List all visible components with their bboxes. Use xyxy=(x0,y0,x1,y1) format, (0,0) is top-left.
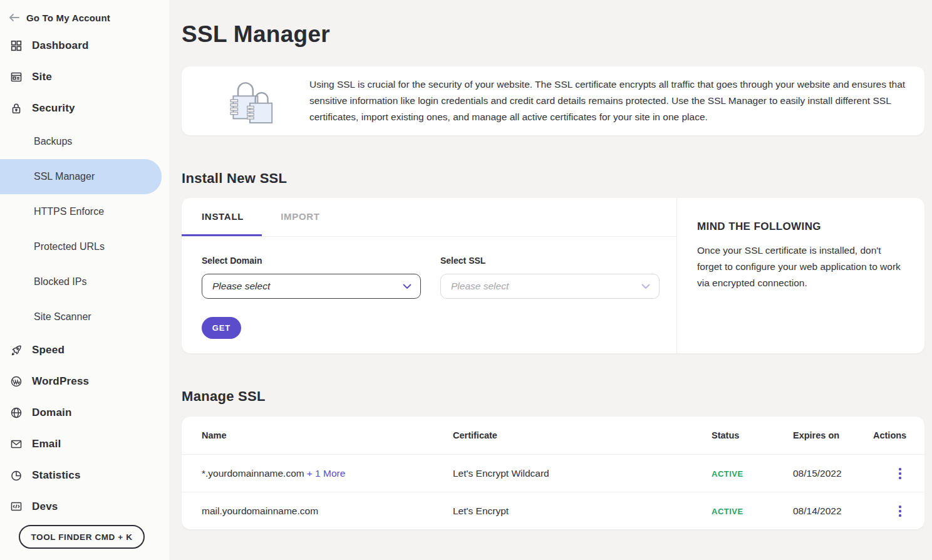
select-ssl-label: Select SSL xyxy=(440,256,660,266)
select-domain-dropdown[interactable]: Please select xyxy=(202,274,421,299)
site-icon xyxy=(10,71,23,83)
mind-the-following-text: Once your SSL certificate is installed, … xyxy=(697,242,901,291)
install-form: Select Domain Please select Select SSL P… xyxy=(182,237,676,339)
sidebar-subitem-label: Protected URLs xyxy=(34,241,105,252)
manage-section-heading: Manage SSL xyxy=(182,388,924,405)
back-arrow-icon xyxy=(9,13,20,22)
globe-icon xyxy=(10,407,23,419)
column-header-certificate: Certificate xyxy=(453,430,712,440)
column-header-actions: Actions xyxy=(873,430,906,440)
cert-type-cell: Let's Encrypt Wildcard xyxy=(453,468,712,479)
sidebar-item-speed[interactable]: Speed xyxy=(0,334,169,366)
sidebar-item-label: Devs xyxy=(32,500,58,513)
select-ssl-dropdown[interactable]: Please select xyxy=(440,274,660,299)
status-badge: ACTIVE xyxy=(712,507,743,516)
table-header-row: Name Certificate Status Expires on Actio… xyxy=(182,417,924,454)
sidebar-subitem-ssl-manager[interactable]: SSL Manager xyxy=(0,159,162,194)
select-ssl-value: Please select xyxy=(451,281,509,292)
sidebar-item-label: Site xyxy=(32,71,52,83)
cert-domain: mail.yourdomainname.com xyxy=(202,506,318,516)
sidebar-item-security[interactable]: Security xyxy=(0,93,169,124)
install-section-heading: Install New SSL xyxy=(182,170,924,187)
sidebar-item-label: Speed xyxy=(32,344,65,356)
column-header-expires: Expires on xyxy=(793,430,873,440)
sidebar-item-label: Email xyxy=(32,438,61,450)
wordpress-icon xyxy=(10,375,23,388)
install-tabs: INSTALL IMPORT xyxy=(182,198,676,237)
sidebar-subitem-https-enforce[interactable]: HTTPS Enforce xyxy=(0,194,169,229)
pie-chart-icon xyxy=(10,469,23,482)
sidebar-item-label: Domain xyxy=(32,407,72,419)
sidebar-subitem-blocked-ips[interactable]: Blocked IPs xyxy=(0,264,169,299)
select-domain-label: Select Domain xyxy=(202,256,421,266)
sidebar-item-devs[interactable]: Devs xyxy=(0,491,169,522)
sidebar-item-label: Statistics xyxy=(32,469,81,482)
main-content: SSL Manager Using S xyxy=(169,0,932,560)
sidebar-item-dashboard[interactable]: Dashboard xyxy=(0,30,169,61)
expires-cell: 08/14/2022 xyxy=(793,506,873,517)
column-header-name: Name xyxy=(202,430,453,440)
cert-name-cell: *.yourdomainname.com+ 1 More xyxy=(202,468,453,479)
sidebar-subitem-label: HTTPS Enforce xyxy=(34,206,104,217)
cert-type-cell: Let's Encrypt xyxy=(453,506,712,517)
cert-domain: *.yourdomainname.com xyxy=(202,468,304,479)
install-card: INSTALL IMPORT Select Domain Please sele… xyxy=(182,198,924,353)
chevron-down-icon xyxy=(403,284,412,289)
tab-install[interactable]: INSTALL xyxy=(182,198,262,236)
column-header-status: Status xyxy=(712,430,793,440)
select-ssl-field: Select SSL Please select xyxy=(440,256,660,299)
sidebar-item-label: Security xyxy=(32,102,75,115)
sidebar-nav: Dashboard Site Security Backups SSL Mana… xyxy=(0,30,169,522)
app-window: Go To My Account Dashboard Site Security… xyxy=(0,0,932,560)
sidebar-subitem-protected-urls[interactable]: Protected URLs xyxy=(0,229,169,264)
status-badge: ACTIVE xyxy=(712,469,743,479)
sidebar-item-statistics[interactable]: Statistics xyxy=(0,460,169,491)
ssl-intro-card: Using SSL is crucial for the security of… xyxy=(182,66,924,135)
select-domain-value: Please select xyxy=(212,281,270,292)
select-domain-field: Select Domain Please select xyxy=(202,256,421,299)
table-row: *.yourdomainname.com+ 1 More Let's Encry… xyxy=(182,454,924,492)
rocket-icon xyxy=(10,344,23,356)
lock-icon xyxy=(10,102,23,115)
sidebar-subitem-label: Blocked IPs xyxy=(34,276,86,288)
sidebar-subitem-backups[interactable]: Backups xyxy=(0,124,169,159)
expires-cell: 08/15/2022 xyxy=(793,468,873,479)
back-to-account-link[interactable]: Go To My Account xyxy=(0,0,169,30)
sidebar-subitem-label: SSL Manager xyxy=(34,171,95,182)
ssl-intro-text: Using SSL is crucial for the security of… xyxy=(309,76,912,125)
sidebar: Go To My Account Dashboard Site Security… xyxy=(0,0,169,560)
mind-the-following-heading: MIND THE FOLLOWING xyxy=(697,220,901,233)
sidebar-item-site[interactable]: Site xyxy=(0,61,169,93)
table-row: mail.yourdomainname.com Let's Encrypt AC… xyxy=(182,492,924,529)
sidebar-item-domain[interactable]: Domain xyxy=(0,397,169,428)
install-form-panel: INSTALL IMPORT Select Domain Please sele… xyxy=(182,198,676,353)
sidebar-subitem-site-scanner[interactable]: Site Scanner xyxy=(0,299,169,334)
chevron-down-icon xyxy=(641,284,650,289)
mind-the-following-panel: MIND THE FOLLOWING Once your SSL certifi… xyxy=(676,198,924,353)
sidebar-item-email[interactable]: Email xyxy=(0,428,169,460)
sidebar-subitem-label: Backups xyxy=(34,136,72,147)
row-actions-menu-button[interactable] xyxy=(895,502,905,521)
cert-name-cell: mail.yourdomainname.com xyxy=(202,506,453,517)
page-title: SSL Manager xyxy=(182,21,924,48)
padlocks-illustration xyxy=(222,75,279,127)
code-icon xyxy=(10,500,23,513)
sidebar-item-label: WordPress xyxy=(32,375,89,388)
row-actions-menu-button[interactable] xyxy=(895,464,905,483)
tab-import[interactable]: IMPORT xyxy=(262,198,335,236)
more-domains-link[interactable]: + 1 More xyxy=(307,468,346,479)
dashboard-icon xyxy=(10,39,23,52)
envelope-icon xyxy=(10,438,23,450)
sidebar-item-wordpress[interactable]: WordPress xyxy=(0,366,169,397)
sidebar-item-label: Dashboard xyxy=(32,39,89,52)
back-to-account-label: Go To My Account xyxy=(26,13,110,23)
get-button[interactable]: GET xyxy=(202,317,241,339)
ssl-table: Name Certificate Status Expires on Actio… xyxy=(182,417,924,529)
tool-finder-button[interactable]: TOOL FINDER CMD + K xyxy=(19,525,145,549)
sidebar-subitem-label: Site Scanner xyxy=(34,311,91,323)
